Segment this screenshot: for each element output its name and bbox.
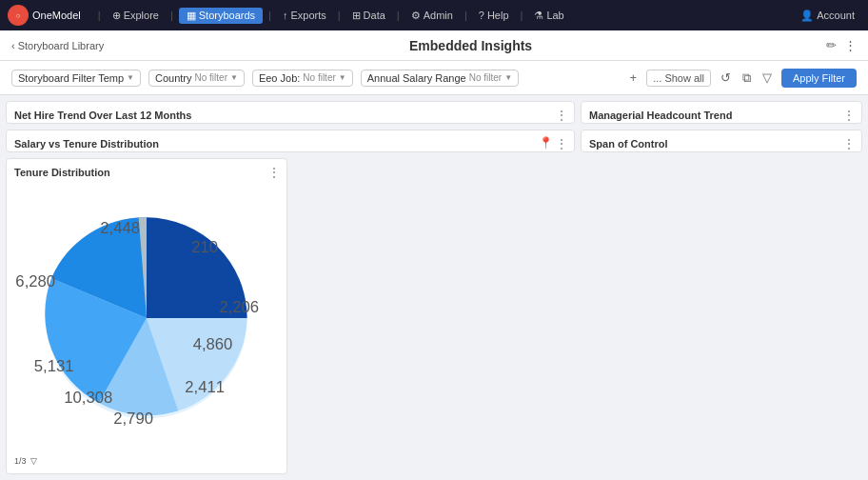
pagination-filter-icon[interactable]: ▽ (30, 456, 37, 466)
nav-divider-5: | (397, 10, 400, 21)
tenure-distribution-card: Tenure Distribution ⋮ 210 2,206 2,411 2,… (6, 158, 287, 474)
nav-divider: | (98, 10, 101, 21)
managerial-headcount-card: Managerial Headcount Trend ⋮ 50,000 40,0… (581, 101, 862, 124)
back-button[interactable]: ‹ Storyboard Library (11, 40, 104, 51)
sub-navigation: ‹ Storyboard Library Embedded Insights ✏… (0, 30, 868, 61)
net-hire-title: Net Hire Trend Over Last 12 Months (14, 110, 566, 121)
copy-icon[interactable]: ⧉ (740, 69, 753, 88)
svg-text:2,790: 2,790 (113, 410, 153, 428)
salary-tenure-info-icon[interactable]: 📍 (539, 136, 553, 150)
explore-icon: ⊕ (112, 10, 121, 22)
tenure-dist-pagination: 1/3 ▽ (14, 456, 279, 466)
more-options-icon[interactable]: ⋮ (844, 38, 857, 52)
nav-divider-7: | (521, 10, 523, 21)
nav-explore[interactable]: ⊕ Explore (107, 10, 165, 22)
svg-text:6,280: 6,280 (15, 272, 55, 290)
charts-grid: Net Hire Trend Over Last 12 Months ⋮ 300… (0, 95, 868, 480)
tenure-dist-menu-icon[interactable]: ⋮ (267, 165, 281, 180)
svg-text:10,308: 10,308 (64, 389, 112, 407)
eeo-dropdown-icon: ▼ (339, 73, 346, 82)
managerial-title: Managerial Headcount Trend (589, 110, 854, 121)
eeo-filter[interactable]: Eeo Job: No filter ▼ (252, 70, 353, 87)
refresh-icon[interactable]: ↺ (719, 69, 733, 87)
logo[interactable]: ○ OneModel (8, 5, 81, 26)
logo-icon: ○ (8, 5, 29, 26)
country-dropdown-icon: ▼ (230, 73, 238, 82)
nav-account[interactable]: 👤 Account (795, 10, 860, 22)
nav-lab[interactable]: ⚗ Lab (528, 10, 569, 22)
filter-bar-right: + ... Show all ↺ ⧉ ▽ Apply Filter (628, 69, 857, 88)
svg-text:4,860: 4,860 (193, 335, 233, 353)
account-icon: 👤 (800, 10, 814, 22)
admin-icon: ⚙ (411, 10, 421, 22)
nav-divider-2: | (170, 10, 173, 21)
show-all-button[interactable]: ... Show all (646, 70, 711, 87)
salary-tenure-card: Salary vs Tenure Distribution ⋮ 📍 There … (6, 130, 575, 152)
nav-divider-4: | (338, 10, 341, 21)
svg-text:2,448: 2,448 (100, 219, 140, 237)
edit-icon[interactable]: ✏ (826, 38, 837, 52)
tenure-dist-chart-area: 210 2,206 2,411 2,790 5,131 6,280 2,448 … (14, 182, 279, 454)
net-hire-chart-card: Net Hire Trend Over Last 12 Months ⋮ 300… (6, 101, 575, 124)
back-arrow-icon: ‹ (11, 40, 15, 51)
salary-range-filter[interactable]: Annual Salary Range No filter ▼ (361, 70, 519, 87)
country-filter[interactable]: Country No filter ▼ (148, 70, 245, 87)
tenure-dist-title: Tenure Distribution (14, 167, 279, 178)
filter-bar: Storyboard Filter Temp ▼ Country No filt… (0, 61, 868, 95)
nav-right: 👤 Account (795, 10, 860, 22)
sub-nav-actions: ✏ ⋮ (826, 38, 857, 52)
svg-text:210: 210 (191, 238, 218, 256)
nav-storyboards[interactable]: ▦ Storyboards (179, 8, 263, 24)
net-hire-menu-icon[interactable]: ⋮ (555, 108, 568, 123)
span-of-control-card: Span of Control ⋮ 4.75 4.725 4.7 4.675 4… (581, 130, 862, 152)
nav-help[interactable]: ? Help (473, 10, 515, 21)
span-of-control-menu-icon[interactable]: ⋮ (842, 136, 856, 151)
nav-exports[interactable]: ↑ Exports (277, 10, 332, 21)
exports-icon: ↑ (283, 10, 288, 21)
salary-tenure-menu-icon[interactable]: ⋮ (555, 136, 568, 151)
add-filter-icon[interactable]: + (628, 69, 640, 87)
managerial-menu-icon[interactable]: ⋮ (842, 108, 856, 123)
template-dropdown-icon: ▼ (127, 73, 134, 82)
svg-text:2,206: 2,206 (219, 298, 259, 316)
nav-divider-6: | (464, 10, 467, 21)
filter-icon[interactable]: ▽ (760, 69, 774, 87)
storyboards-icon: ▦ (187, 10, 196, 22)
top-navigation: ○ OneModel | ⊕ Explore | ▦ Storyboards |… (0, 0, 868, 30)
nav-divider-3: | (268, 10, 271, 21)
span-of-control-title: Span of Control (589, 138, 854, 150)
logo-text: OneModel (32, 10, 81, 21)
nav-data[interactable]: ⊞ Data (346, 10, 391, 22)
nav-admin[interactable]: ⚙ Admin (405, 10, 459, 22)
salary-dropdown-icon: ▼ (504, 73, 512, 82)
svg-text:2,411: 2,411 (185, 378, 225, 396)
svg-text:5,131: 5,131 (34, 357, 74, 375)
page-title: Embedded Insights (115, 38, 826, 53)
data-icon: ⊞ (352, 10, 361, 22)
help-icon: ? (479, 10, 484, 21)
apply-filter-button[interactable]: Apply Filter (781, 69, 857, 88)
salary-tenure-title: Salary vs Tenure Distribution (14, 138, 566, 150)
template-filter[interactable]: Storyboard Filter Temp ▼ (11, 70, 141, 87)
lab-icon: ⚗ (534, 10, 543, 22)
